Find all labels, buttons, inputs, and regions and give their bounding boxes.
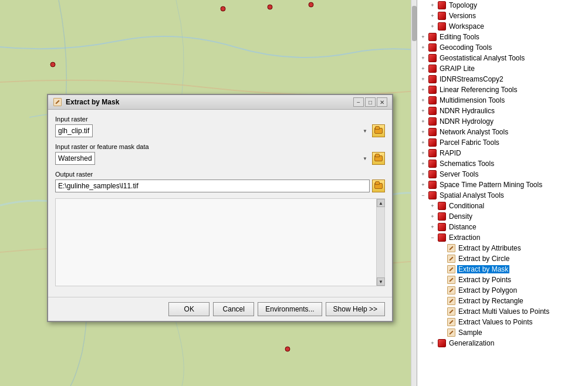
expand-btn[interactable] (437, 328, 447, 337)
expand-btn[interactable]: − (428, 233, 437, 242)
expand-btn[interactable]: + (418, 159, 428, 168)
expand-btn[interactable] (437, 296, 447, 306)
tree-label: Extract Values to Points (457, 318, 533, 326)
expand-btn[interactable]: + (418, 32, 428, 42)
tree-item-ndnr-hydraulics[interactable]: + NDNR Hydraulics (417, 106, 588, 116)
expand-btn[interactable] (437, 265, 447, 274)
expand-btn[interactable]: + (418, 43, 428, 52)
tree-item-generalization[interactable]: + Generalization (417, 338, 588, 348)
show-help-button[interactable]: Show Help >> (326, 302, 385, 316)
tree-item-workspace[interactable]: + Workspace (417, 21, 588, 32)
expand-btn[interactable] (437, 254, 447, 263)
expand-btn[interactable]: + (428, 1, 437, 10)
dialog-titlebar[interactable]: Extract by Mask − □ ✕ (48, 95, 392, 110)
expand-btn[interactable]: + (428, 22, 437, 31)
tree-item-ndnr-hydrology[interactable]: + NDNR Hydrology (417, 116, 588, 127)
tree-label: Editing Tools (438, 33, 479, 41)
tree-item-extraction[interactable]: − Extraction (417, 232, 588, 243)
tree-item-server-tools[interactable]: + Server Tools (417, 169, 588, 180)
expand-btn[interactable]: + (418, 170, 428, 179)
tree-item-geostat-tools[interactable]: + Geostatistical Analyst Tools (417, 53, 588, 63)
svg-point-4 (50, 62, 55, 67)
ok-button[interactable]: OK (168, 302, 209, 316)
map-scrollbar[interactable] (411, 0, 417, 386)
maximize-button[interactable]: □ (365, 97, 376, 107)
expand-btn[interactable] (437, 317, 447, 327)
tree-item-parcel-fabric[interactable]: + Parcel Fabric Tools (417, 137, 588, 148)
expand-btn[interactable]: + (418, 106, 428, 116)
expand-btn[interactable]: + (428, 212, 437, 221)
tree-item-geocoding-tools[interactable]: + Geocoding Tools (417, 42, 588, 53)
extract-by-mask-dialog: Extract by Mask − □ ✕ Input raster glh_c… (47, 94, 393, 322)
tree-item-schematics[interactable]: + Schematics Tools (417, 158, 588, 169)
tree-item-density[interactable]: + Density (417, 211, 588, 222)
expand-btn[interactable]: + (418, 148, 428, 158)
tree-label: Density (448, 212, 472, 221)
tree-item-graip[interactable]: + GRAIP Lite (417, 63, 588, 74)
expand-btn[interactable]: + (418, 180, 428, 189)
tree-item-sample[interactable]: Sample (417, 327, 588, 338)
tree-label: Distance (448, 223, 477, 231)
scrollbar-thumb[interactable] (412, 6, 417, 41)
expand-btn[interactable] (437, 275, 447, 285)
tree-item-distance[interactable]: + Distance (417, 222, 588, 232)
tree-item-extract-by-attributes[interactable]: Extract by Attributes (417, 243, 588, 253)
expand-btn[interactable]: + (428, 338, 437, 348)
scroll-track[interactable]: ▲ ▼ (376, 199, 384, 286)
tree-item-multidim[interactable]: + Multidimension Tools (417, 95, 588, 106)
expand-btn[interactable] (437, 243, 447, 253)
expand-btn[interactable] (437, 286, 447, 295)
environments-button[interactable]: Environments... (258, 302, 322, 316)
tree-item-extract-multi[interactable]: Extract Multi Values to Points (417, 306, 588, 317)
expand-btn[interactable]: + (418, 127, 428, 137)
expand-btn[interactable]: + (418, 53, 428, 63)
tree-item-linear-ref[interactable]: + Linear Referencing Tools (417, 84, 588, 95)
close-button[interactable]: ✕ (377, 97, 387, 107)
tree-item-rapid[interactable]: + RAPID (417, 148, 588, 158)
expand-btn[interactable]: + (418, 64, 428, 73)
input-raster-dropdown[interactable]: glh_clip.tif (55, 124, 93, 137)
expand-btn[interactable]: + (418, 117, 428, 126)
expand-btn[interactable]: + (428, 11, 437, 21)
output-raster-input[interactable] (55, 180, 370, 192)
toolbox-icon (428, 96, 437, 105)
tree-item-editing-tools[interactable]: + Editing Tools (417, 32, 588, 42)
scroll-up-button[interactable]: ▲ (377, 199, 385, 207)
toolbox-icon (437, 201, 447, 211)
tree-item-conditional[interactable]: + Conditional (417, 201, 588, 211)
toolbox-icon (437, 11, 447, 21)
expand-btn[interactable]: + (418, 138, 428, 147)
tree-label: Extraction (448, 233, 480, 242)
input-raster-browse-button[interactable] (372, 124, 385, 137)
toolbox-icon (428, 53, 437, 63)
tree-item-extract-by-mask[interactable]: Extract by Mask (417, 264, 588, 275)
tree-item-network-analyst[interactable]: + Network Analyst Tools (417, 127, 588, 137)
expand-btn[interactable]: + (418, 75, 428, 84)
tree-item-extract-by-circle[interactable]: Extract by Circle (417, 253, 588, 264)
minimize-button[interactable]: − (353, 97, 364, 107)
scroll-down-button[interactable]: ▼ (377, 277, 385, 286)
tree-item-extract-by-polygon[interactable]: Extract by Polygon (417, 285, 588, 296)
expand-btn[interactable] (437, 307, 447, 316)
tree-item-versions[interactable]: + Versions (417, 11, 588, 21)
expand-btn[interactable]: − (418, 191, 428, 200)
tree-item-extract-by-points[interactable]: Extract by Points (417, 275, 588, 285)
output-raster-browse-button[interactable] (372, 180, 385, 192)
svg-point-5 (285, 347, 290, 351)
tree-item-extract-by-rectangle[interactable]: Extract by Rectangle (417, 296, 588, 306)
cancel-button[interactable]: Cancel (213, 302, 254, 316)
tree-label: Space Time Pattern Mining Tools (438, 181, 542, 189)
expand-btn[interactable]: + (418, 85, 428, 94)
tree-label: Linear Referencing Tools (438, 86, 518, 94)
expand-btn[interactable]: + (418, 96, 428, 105)
tree-item-space-time[interactable]: + Space Time Pattern Mining Tools (417, 180, 588, 190)
input-mask-browse-button[interactable] (372, 152, 385, 165)
input-mask-dropdown[interactable]: Watershed (55, 152, 95, 165)
tree-item-extract-values[interactable]: Extract Values to Points (417, 317, 588, 327)
tree-item-spatial-analyst[interactable]: − Spatial Analyst Tools (417, 190, 588, 201)
tree-item-idnr[interactable]: + IDNRStreamsCopy2 (417, 74, 588, 84)
dialog-footer: OK Cancel Environments... Show Help >> (48, 297, 392, 321)
expand-btn[interactable]: + (428, 201, 437, 211)
tree-item-topology[interactable]: + Topology (417, 0, 588, 11)
expand-btn[interactable]: + (428, 222, 437, 232)
